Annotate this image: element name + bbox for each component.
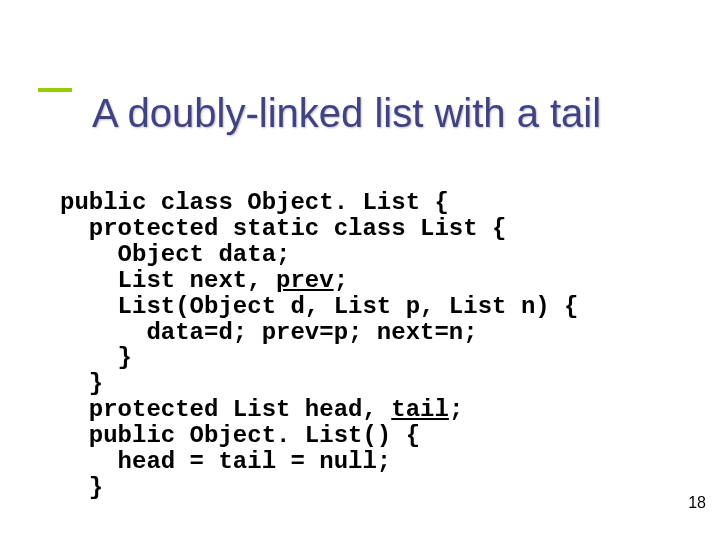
code-line-9c: ; [449, 396, 463, 423]
code-line-11: head = tail = null; [60, 448, 391, 475]
code-block: public class Object. List { protected st… [60, 190, 578, 501]
code-line-7: } [60, 344, 132, 371]
page-number: 18 [688, 494, 706, 512]
code-line-12: } [60, 474, 103, 501]
code-line-8: } [60, 370, 103, 397]
slide: A doubly-linked list with a tail public … [0, 0, 720, 540]
slide-title: A doubly-linked list with a tail [92, 92, 601, 134]
code-line-1: public class Object. List { [60, 189, 449, 216]
code-line-9a: protected List head, [60, 396, 391, 423]
accent-line [38, 88, 72, 92]
code-line-4c: ; [334, 267, 348, 294]
code-line-6: data=d; prev=p; next=n; [60, 319, 478, 346]
code-line-3: Object data; [60, 241, 290, 268]
code-line-5: List(Object d, List p, List n) { [60, 293, 578, 320]
code-line-10: public Object. List() { [60, 422, 420, 449]
code-line-9-tail: tail [391, 396, 449, 423]
code-line-4-prev: prev [276, 267, 334, 294]
code-line-4a: List next, [60, 267, 276, 294]
code-line-2: protected static class List { [60, 215, 506, 242]
